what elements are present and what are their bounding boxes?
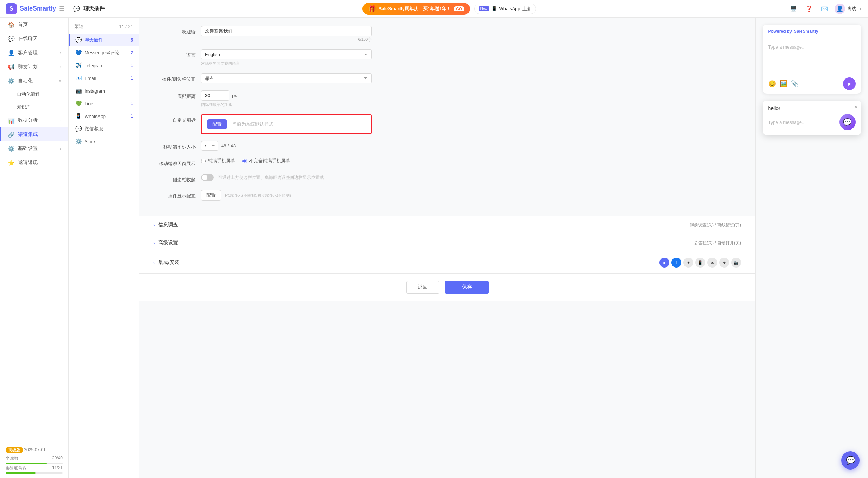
collapsible-integration-install[interactable]: › 集成/安装 ● f ✦ 📱 ✉ ✈ 📷 [139, 252, 755, 273]
sidebar-item-home[interactable]: 🏠 首页 [0, 18, 68, 32]
whatsapp-icon: 📱 [491, 6, 497, 11]
sidebar-collapse-toggle[interactable] [201, 174, 214, 181]
channel-item-telegram[interactable]: ✈️ Telegram 1 [69, 59, 139, 72]
channel-item-email[interactable]: 📧 Email 1 [69, 72, 139, 84]
position-label: 插件/侧边栏位置 [153, 73, 196, 82]
channels-label: 渠道账号数 [6, 465, 27, 471]
preview-header: Powered by SaleSmartly [763, 25, 861, 38]
sidebar-item-channel-integration[interactable]: 🔗 渠道集成 [0, 127, 68, 141]
screen-share-icon[interactable]: 🖥️ [788, 3, 799, 14]
preview-panel: Powered by SaleSmartly Type a message...… [755, 18, 868, 478]
channel-icon: 🔗 [8, 131, 14, 138]
channel-item-chat-plugin[interactable]: 💬 聊天插件 5 [69, 34, 139, 46]
welcome-label: 欢迎语 [153, 26, 196, 35]
channel-item-wechat[interactable]: 💬 微信客服 [69, 122, 139, 135]
page-title: 聊天插件 [83, 5, 105, 12]
integration-install-label: 集成/安装 [158, 259, 179, 266]
emoji-icon[interactable]: 😊 [768, 80, 776, 88]
chat-icon: 💬 [8, 36, 14, 42]
page-title-bar: 💬 聊天插件 [73, 5, 110, 12]
user-info[interactable]: 👤 离线 ▼ [835, 4, 862, 14]
mobile-size-label: 移动端图标大小 [153, 141, 196, 150]
welcome-input[interactable] [201, 26, 372, 36]
line-icon: 💚 [75, 100, 82, 107]
channel-item-instagram[interactable]: 📷 Instagram [69, 84, 139, 97]
mobile-window-option1[interactable]: 铺满手机屏幕 [201, 158, 235, 164]
whatsapp-badge[interactable]: New 📱 WhatsApp 上新 [474, 4, 536, 14]
int-icon-email: ✉ [707, 258, 717, 268]
preview-input-hint: Type a message... [768, 44, 806, 50]
mobile-window-radio1[interactable] [201, 159, 206, 163]
collapsible-info-survey[interactable]: › 信息调查 聊前调查(关) / 离线留资(开) [139, 216, 755, 234]
user-status: 离线 [847, 6, 856, 12]
mail-icon[interactable]: ✉️ [819, 3, 830, 14]
customer-icon: 👤 [8, 50, 14, 56]
channel-item-slack[interactable]: ⚙️ Slack [69, 135, 139, 148]
mobile-window-radio2[interactable] [242, 159, 247, 163]
header-center: 🎁 SaleSmartly周年庆，买1年送1年！ GO New 📱 WhatsA… [114, 3, 784, 15]
footer-actions: 返回 保存 [139, 273, 755, 301]
sidebar-item-live-chat[interactable]: 💬 在线聊天 [0, 32, 68, 46]
channel-item-whatsapp[interactable]: 📱 WhatsApp 1 [69, 110, 139, 122]
nav-channel-label: 渠道集成 [18, 131, 38, 138]
send-button[interactable]: ➤ [843, 77, 856, 90]
sidebar-item-customer[interactable]: 👤 客户管理 › [0, 46, 68, 60]
sidebar-item-automation-flow[interactable]: 自动化流程 [0, 88, 68, 101]
whatsapp-suffix: 上新 [522, 6, 532, 12]
hello-bubble: hello! [768, 106, 856, 111]
channel-email-label: Email [85, 76, 96, 81]
channels-bar [6, 472, 36, 474]
avatar: 👤 [835, 4, 845, 14]
attachment-icon[interactable]: 📎 [791, 80, 799, 88]
sidebar-item-automation[interactable]: ⚙️ 自动化 ∨ [0, 74, 68, 88]
content-wrapper: 渠道 11 / 21 💬 聊天插件 5 💙 Messenger&评论 2 ✈️ … [69, 18, 868, 478]
help-icon[interactable]: ❓ [804, 3, 815, 14]
promo-banner[interactable]: 🎁 SaleSmartly周年庆，买1年送1年！ GO [362, 3, 470, 15]
close-chat-button[interactable]: × [854, 103, 858, 111]
sidebar-item-settings[interactable]: ⚙️ 基础设置 › [0, 141, 68, 156]
instagram-icon: 📷 [75, 88, 82, 94]
chevron-down-icon: ▼ [858, 7, 862, 11]
plugin-display-control: 配置 PC端显示(不限制),移动端显示(不限制) [201, 190, 372, 201]
back-button[interactable]: 返回 [406, 281, 439, 294]
channel-item-messenger[interactable]: 💙 Messenger&评论 2 [69, 46, 139, 59]
save-button[interactable]: 保存 [445, 281, 489, 294]
mobile-window-radio-group: 铺满手机屏幕 不完全铺满手机屏幕 [201, 158, 372, 164]
welcome-count: 6/100字 [201, 37, 372, 42]
slack-icon: ⚙️ [75, 138, 82, 145]
plugin-display-config-button[interactable]: 配置 [201, 190, 221, 201]
page-title-icon: 💬 [73, 6, 80, 12]
channel-chat-label: 聊天插件 [85, 37, 103, 43]
integration-icons: ● f ✦ 📱 ✉ ✈ 📷 [659, 258, 741, 268]
new-tag: New [479, 6, 489, 11]
info-survey-label: 信息调查 [158, 222, 178, 228]
int-icon-circle: ● [659, 258, 669, 268]
sidebar-item-analytics[interactable]: 📊 数据分析 › [0, 113, 68, 127]
go-label: GO [454, 6, 464, 11]
hamburger-icon[interactable]: ☰ [59, 5, 64, 13]
bottom-distance-input[interactable] [201, 90, 229, 101]
collapsible-advanced-settings[interactable]: › 高级设置 公告栏(关) / 自动打开(关) [139, 234, 755, 252]
floating-chat-button[interactable]: 💬 [841, 451, 860, 470]
position-select[interactable]: 靠右 靠左 [201, 73, 372, 83]
plugin-display-row: 配置 PC端显示(不限制),移动端显示(不限制) [201, 190, 372, 201]
image-icon[interactable]: 🖼️ [780, 80, 787, 88]
sidebar-item-invite[interactable]: ⭐ 邀请返现 [0, 156, 68, 170]
sidebar-item-campaign[interactable]: 📢 群发计划 › [0, 60, 68, 74]
email-icon: 📧 [75, 75, 82, 81]
bottom-distance-hint: 图标到底部的距离 [201, 102, 372, 107]
preview-body: Type a message... [763, 38, 861, 74]
mobile-window-option2[interactable]: 不完全铺满手机屏幕 [242, 158, 290, 164]
sidebar-item-knowledge[interactable]: 知识库 [0, 101, 68, 113]
language-control: English 中文 日本語 한국어 Español 对话框界面文案的语言 [201, 49, 372, 66]
language-select[interactable]: English 中文 日本語 한국어 Español [201, 49, 372, 59]
mobile-size-select[interactable]: 小 中 大 [201, 141, 218, 151]
channel-chat-count: 5 [131, 38, 133, 43]
channel-item-line[interactable]: 💚 Line 1 [69, 97, 139, 110]
form-row-bottom-distance: 底部距离 px 图标到底部的距离 [153, 90, 372, 107]
brand-text: SaleSmartly [794, 29, 818, 34]
custom-icon-config-button[interactable]: 配置 [207, 119, 227, 129]
settings-icon: ⚙️ [8, 145, 14, 152]
floating-chat-bubble: × hello! Type a message... 💬 [763, 101, 861, 135]
analytics-arrow-icon: › [60, 118, 61, 122]
